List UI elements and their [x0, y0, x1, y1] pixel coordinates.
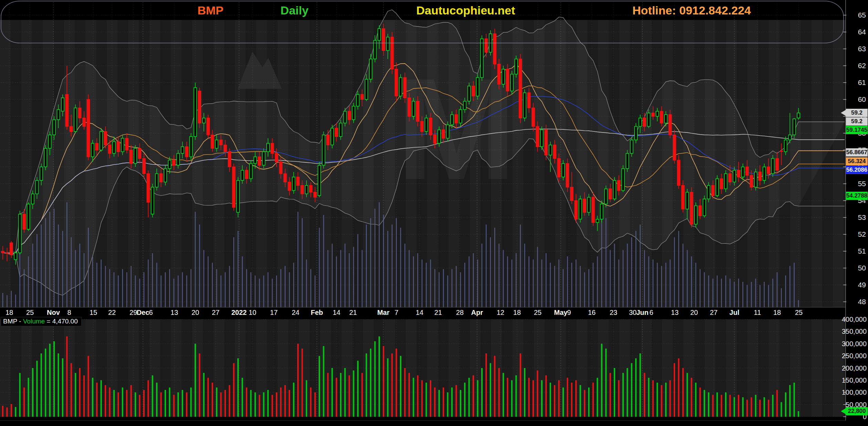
candle-body — [480, 39, 483, 78]
date-label: 13 — [170, 309, 178, 316]
volume-label-value: = 4,470.00 — [45, 318, 78, 325]
candle-body — [258, 157, 261, 166]
candle-body — [476, 77, 479, 96]
volume-tag: 22,800 — [846, 407, 868, 415]
date-label: 23 — [610, 309, 617, 316]
date-label: 6 — [649, 309, 653, 316]
candle-body — [570, 187, 573, 201]
candle-body — [596, 219, 599, 223]
candle-body — [498, 64, 500, 84]
candle-body — [314, 192, 317, 198]
candle-body — [241, 170, 244, 180]
candle-body — [91, 143, 94, 157]
candle-body — [155, 174, 158, 187]
candle-body — [754, 172, 757, 187]
candle-body — [395, 69, 398, 96]
candle-body — [528, 93, 530, 108]
candle-body — [108, 145, 111, 153]
date-label: 9 — [567, 309, 571, 316]
candle-body — [421, 121, 423, 131]
candle-body — [673, 135, 676, 160]
candle-body — [579, 199, 582, 219]
candle-body — [219, 140, 222, 145]
volume-tick-label: 100,000 — [842, 388, 867, 396]
candle-body — [100, 131, 103, 150]
timeframe-label: Daily — [280, 3, 308, 17]
candle-body — [31, 194, 34, 204]
candle-body — [125, 138, 128, 150]
date-label: 20 — [192, 309, 199, 316]
candle-body — [617, 180, 620, 190]
candle-body — [267, 143, 269, 152]
candle-body — [44, 148, 47, 167]
candle-body — [493, 34, 496, 64]
candle-body — [79, 108, 81, 118]
candle-body — [656, 111, 659, 116]
candle-body — [485, 39, 487, 52]
trading-chart-window: M656463626160595857565554535251504948400… — [0, 0, 868, 426]
candle-body — [164, 169, 167, 182]
candle-body — [510, 74, 513, 91]
date-label: 21 — [434, 309, 442, 316]
candle-body — [592, 197, 595, 223]
candle-body — [331, 128, 333, 145]
candle-body — [228, 152, 231, 167]
candle-body — [652, 113, 654, 116]
candle-body — [185, 147, 188, 157]
candle-body — [121, 138, 124, 152]
candle-body — [767, 167, 770, 174]
candle-body — [728, 174, 731, 182]
candle-body — [506, 69, 509, 91]
date-label: 7 — [394, 309, 398, 316]
candle-body — [784, 140, 787, 152]
date-label: Feb — [311, 309, 323, 316]
candle-body — [318, 165, 321, 195]
volume-tick-label: 250,000 — [842, 352, 867, 360]
price-tick-label: 55 — [858, 180, 866, 188]
candle-body — [639, 118, 642, 127]
candle-body — [87, 99, 90, 157]
candle-body — [634, 126, 637, 140]
candle-body — [27, 204, 30, 230]
date-label: 10 — [249, 309, 256, 316]
candle-body — [297, 177, 299, 185]
candle-body — [177, 153, 179, 165]
candle-body — [65, 94, 68, 126]
candle-body — [502, 69, 505, 84]
date-label: 18 — [6, 309, 13, 316]
candle-body — [622, 169, 624, 191]
candle-body — [10, 243, 13, 255]
chart-surface[interactable]: M656463626160595857565554535251504948400… — [0, 0, 868, 426]
price-tick-label: 49 — [858, 281, 866, 289]
candle-body — [682, 185, 684, 209]
candle-body — [35, 180, 38, 194]
date-label: 18 — [773, 309, 781, 316]
candle-body — [288, 182, 291, 191]
candle-body — [194, 88, 197, 137]
price-tag: 59.1745 — [846, 126, 868, 134]
candle-body — [758, 172, 761, 181]
candle-body — [613, 180, 616, 199]
candle-body — [669, 115, 672, 135]
candle-body — [339, 123, 342, 137]
candle-body — [583, 199, 586, 212]
candle-body — [49, 135, 51, 148]
candle-body — [643, 118, 646, 127]
candle-body — [515, 59, 517, 74]
candle-body — [309, 185, 312, 192]
candle-body — [776, 159, 778, 170]
candle-body — [746, 167, 748, 175]
price-tick-label: 63 — [858, 45, 866, 53]
candle-body — [626, 153, 629, 169]
candle-body — [523, 93, 526, 118]
candle-body — [348, 111, 351, 120]
date-label: 14 — [416, 309, 423, 316]
candle-body — [399, 77, 402, 96]
candle-body — [168, 160, 171, 169]
candle-body — [335, 128, 338, 137]
date-label: 17 — [270, 309, 278, 316]
candle-body — [254, 157, 257, 164]
candle-body — [53, 120, 55, 135]
candle-body — [425, 118, 428, 131]
candle-body — [416, 101, 419, 121]
